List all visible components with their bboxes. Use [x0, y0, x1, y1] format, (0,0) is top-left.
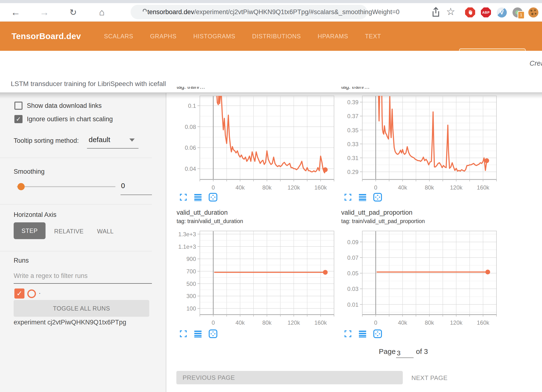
series-list-icon[interactable]: [194, 193, 202, 201]
expand-chart-icon[interactable]: [344, 330, 352, 338]
tab-graphs[interactable]: GRAPHS: [149, 22, 177, 51]
blocker-hand-icon[interactable]: [465, 7, 475, 18]
forward-icon[interactable]: →: [36, 3, 53, 22]
svg-text:80k: 80k: [425, 319, 434, 326]
series-list-icon[interactable]: [194, 330, 202, 338]
svg-text:0.06: 0.06: [185, 144, 196, 151]
url-text[interactable]: tensorboard.dev/experiment/cj2vtPiwQHKN9…: [147, 8, 399, 16]
svg-text:700: 700: [186, 268, 196, 275]
profile-avatar[interactable]: 1: [512, 7, 523, 18]
svg-text:0.31: 0.31: [347, 155, 358, 161]
vimium-icon[interactable]: V: [496, 7, 507, 18]
tab-hparams[interactable]: HPARAMS: [317, 22, 349, 51]
fit-domain-icon[interactable]: [208, 329, 218, 338]
chart-title: valid_utt_duration: [177, 209, 228, 216]
run-name[interactable]: .: [39, 288, 41, 295]
back-icon[interactable]: ←: [7, 3, 24, 22]
svg-text:0: 0: [212, 319, 215, 326]
address-bar[interactable]: tensorboard.dev/experiment/cj2vtPiwQHKN9…: [131, 5, 367, 19]
svg-text:0.29: 0.29: [347, 169, 358, 175]
app-logo[interactable]: TensorBoard.dev: [12, 22, 81, 51]
run-checkbox[interactable]: ✓: [14, 288, 24, 299]
series-list-icon[interactable]: [358, 330, 367, 338]
smoothing-slider-track[interactable]: [17, 186, 115, 187]
svg-text:1.1e+3: 1.1e+3: [178, 243, 196, 250]
svg-text:1.3e+3: 1.3e+3: [178, 231, 196, 237]
axis-step-button[interactable]: STEP: [14, 222, 46, 239]
svg-text:120k: 120k: [450, 184, 463, 191]
chart-canvas[interactable]: 0.010.030.050.070.09040k80k120k160k: [338, 229, 506, 342]
clipped-chart-tag: tag: train/…: [341, 87, 456, 91]
runs-filter-input[interactable]: [14, 272, 148, 280]
run-color-swatch[interactable]: [27, 289, 36, 298]
header-nav: SCALARS GRAPHS HISTOGRAMS DISTRIBUTIONS …: [103, 22, 382, 51]
svg-text:0.07: 0.07: [347, 254, 358, 261]
chart-toolbar: [179, 329, 218, 338]
toggle-all-runs-button[interactable]: TOGGLE ALL RUNS: [14, 300, 149, 317]
abp-icon[interactable]: ABP: [481, 7, 491, 18]
cookie-icon[interactable]: [528, 7, 539, 18]
svg-text:0: 0: [212, 184, 215, 191]
ignore-outliers-label[interactable]: Ignore outliers in chart scaling: [27, 115, 113, 123]
share-icon[interactable]: [431, 7, 440, 17]
svg-text:0.01: 0.01: [347, 301, 358, 308]
smoothing-value[interactable]: 0: [121, 182, 125, 190]
avatar-badge: 1: [518, 11, 525, 19]
tooltip-sorting-dropdown[interactable]: default: [89, 136, 110, 144]
svg-text:0.05: 0.05: [347, 270, 358, 277]
runs-filter-underline: [14, 283, 152, 284]
page-number-input[interactable]: [397, 349, 411, 357]
fit-domain-icon[interactable]: [373, 193, 382, 202]
previous-page-button[interactable]: PREVIOUS PAGE: [176, 371, 403, 384]
tab-distributions[interactable]: DISTRIBUTIONS: [251, 22, 302, 51]
page-input-underline: [396, 357, 414, 358]
svg-text:0.1: 0.1: [188, 103, 196, 109]
fit-domain-icon[interactable]: [373, 329, 382, 338]
chart-canvas[interactable]: 1003005007009001.1e+31.3e+3040k80k120k16…: [174, 229, 341, 342]
tensorboard-header: TensorBoard.dev SCALARS GRAPHS HISTOGRAM…: [0, 22, 542, 51]
expand-chart-icon[interactable]: [179, 330, 187, 338]
svg-text:0.39: 0.39: [347, 99, 358, 105]
tab-histograms[interactable]: HISTOGRAMS: [192, 22, 236, 51]
section-divider: [0, 158, 152, 158]
chart-tag: tag: train/valid_utt_duration: [177, 218, 243, 225]
svg-text:160k: 160k: [477, 184, 490, 191]
chart-title: valid_utt_pad_proportion: [341, 209, 412, 216]
page-count-label: of 3: [416, 347, 428, 356]
svg-text:40k: 40k: [398, 319, 408, 326]
chart-canvas[interactable]: 0.040.060.080.1040k80k120k160k: [174, 94, 341, 207]
dropdown-arrow-icon[interactable]: [129, 138, 135, 142]
svg-text:40k: 40k: [236, 184, 245, 191]
expand-chart-icon[interactable]: [344, 193, 352, 201]
experiment-id-label: experiment cj2vtPiwQHKN9Q1tx6PTpg: [14, 319, 126, 326]
tab-scalars[interactable]: SCALARS: [103, 22, 134, 51]
reload-icon[interactable]: ↻: [65, 3, 81, 22]
svg-text:160k: 160k: [314, 184, 327, 191]
show-download-links-label[interactable]: Show data download links: [27, 102, 102, 110]
bookmark-star-icon[interactable]: ☆: [446, 6, 455, 17]
home-icon[interactable]: ⌂: [93, 3, 110, 22]
chart-toolbar: [179, 193, 218, 202]
browser-tab-strip: [0, 0, 542, 3]
svg-text:100: 100: [186, 305, 196, 312]
svg-text:40k: 40k: [398, 184, 408, 191]
chart-tag: tag: train/valid_utt_pad_proportion: [341, 218, 425, 225]
svg-text:0: 0: [374, 184, 377, 191]
ignore-outliers-checkbox[interactable]: ✓: [14, 115, 23, 123]
svg-text:0.09: 0.09: [347, 239, 358, 245]
tab-text[interactable]: TEXT: [364, 22, 382, 51]
smoothing-slider-thumb[interactable]: [17, 183, 25, 190]
series-list-icon[interactable]: [358, 193, 367, 201]
next-page-button[interactable]: NEXT PAGE: [411, 374, 448, 382]
axis-relative-button[interactable]: RELATIVE: [54, 228, 84, 235]
url-path: /experiment/cj2vtPiwQHKN9Q1tx6PTpg/#scal…: [194, 8, 399, 16]
page-label: Page: [379, 347, 396, 356]
svg-text:300: 300: [186, 293, 196, 299]
expand-chart-icon[interactable]: [179, 193, 187, 201]
svg-text:0.37: 0.37: [347, 113, 358, 119]
fit-domain-icon[interactable]: [208, 193, 218, 202]
show-download-links-checkbox[interactable]: ✓: [14, 102, 23, 110]
svg-text:80k: 80k: [262, 184, 272, 191]
chart-canvas[interactable]: 0.290.310.330.350.370.39040k80k120k160k: [338, 94, 506, 207]
axis-wall-button[interactable]: WALL: [97, 228, 114, 235]
